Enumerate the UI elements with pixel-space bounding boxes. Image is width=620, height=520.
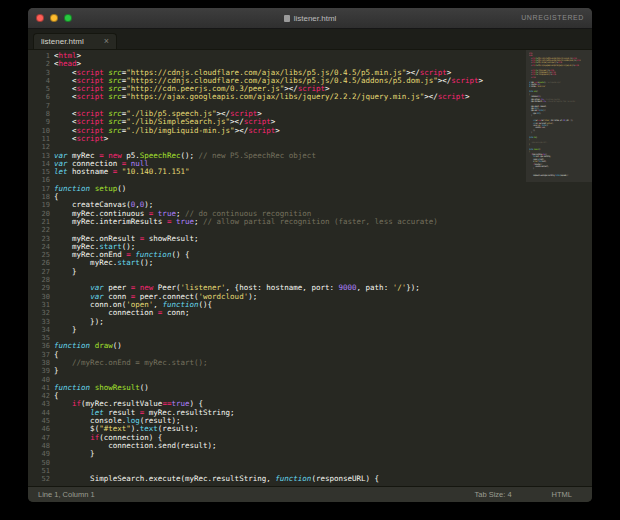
line-number: 9 [28, 118, 50, 126]
line-number: 10 [28, 127, 50, 135]
line-number: 5 [28, 85, 50, 93]
code-line: connection.send(result); [54, 442, 526, 450]
line-number: 20 [28, 210, 50, 218]
code-line: function showResult() [54, 384, 526, 392]
line-number: 17 [28, 185, 50, 193]
status-bar: Line 1, Column 1 Tab Size: 4 HTML [28, 486, 592, 502]
line-number: 30 [28, 293, 50, 301]
document-icon [284, 15, 290, 22]
code-line: myRec.start(); [54, 259, 526, 267]
line-number: 8 [28, 110, 50, 118]
line-number: 49 [28, 450, 50, 458]
line-number: 44 [28, 409, 50, 417]
editor-area: 1234567891011121314151617181920212223242… [28, 50, 592, 486]
code-line: myRec.interimResults = true; // allow pa… [54, 218, 526, 226]
registration-status-label: UNREGISTERED [521, 8, 584, 28]
line-number: 37 [28, 351, 50, 359]
line-number: 11 [28, 135, 50, 143]
code-lines[interactable]: <html><head> <script src="https://cdnjs.… [54, 50, 526, 486]
line-number: 41 [28, 384, 50, 392]
line-number: 34 [28, 326, 50, 334]
line-number: 23 [28, 235, 50, 243]
line-number: 38 [28, 359, 50, 367]
code-line: } [54, 326, 526, 334]
line-number: 26 [28, 259, 50, 267]
code-line: //myRec.onEnd = myRec.start(); [54, 359, 526, 367]
line-number: 2 [28, 60, 50, 68]
close-window-button[interactable] [36, 14, 44, 22]
code-line [54, 334, 526, 342]
line-number: 1 [28, 52, 50, 60]
line-number: 33 [28, 318, 50, 326]
line-number: 13 [28, 152, 50, 160]
cursor-position-label: Line 1, Column 1 [38, 490, 95, 499]
minimap[interactable]: <html><head> <script src="https://cdnjs.… [526, 50, 592, 486]
code-line: let hostname = "10.140.71.151" [54, 168, 526, 176]
line-number: 25 [28, 251, 50, 259]
line-number: 31 [28, 301, 50, 309]
line-number: 3 [28, 69, 50, 77]
line-number: 32 [28, 309, 50, 317]
gutter: 1234567891011121314151617181920212223242… [28, 50, 54, 486]
tab-listener-html[interactable]: listener.html × [33, 33, 117, 49]
line-number: 6 [28, 93, 50, 101]
code-line: <script src="./lib/imgLiquid-min.js"></s… [54, 127, 526, 135]
zoom-window-button[interactable] [64, 14, 72, 22]
traffic-lights [28, 14, 72, 22]
line-number: 21 [28, 218, 50, 226]
code-line: function draw() [54, 342, 526, 350]
line-number: 18 [28, 193, 50, 201]
sublime-window: listener.html UNREGISTERED listener.html… [28, 8, 592, 502]
code-line [54, 459, 526, 467]
syntax-indicator[interactable]: HTML [552, 490, 572, 499]
line-number: 39 [28, 367, 50, 375]
line-number: 42 [28, 392, 50, 400]
line-number: 35 [28, 334, 50, 342]
code-line: SimpleSearch.execute(myRec.resultString,… [54, 475, 526, 483]
tab-size-indicator[interactable]: Tab Size: 4 [474, 490, 511, 499]
code-line: } [54, 268, 526, 276]
line-number: 50 [28, 459, 50, 467]
line-number: 48 [28, 442, 50, 450]
line-number: 15 [28, 168, 50, 176]
code-line: } [54, 450, 526, 458]
titlebar: listener.html UNREGISTERED [28, 8, 592, 29]
code-line: }); [54, 318, 526, 326]
line-number: 19 [28, 201, 50, 209]
line-number: 46 [28, 425, 50, 433]
code-line: connection = conn; [54, 309, 526, 317]
line-number: 16 [28, 176, 50, 184]
code-line: } [54, 367, 526, 375]
minimap-content: <html><head> <script src="https://cdnjs.… [529, 52, 591, 177]
line-number: 28 [28, 276, 50, 284]
window-title: listener.html [28, 14, 592, 23]
line-number: 4 [28, 77, 50, 85]
line-number: 24 [28, 243, 50, 251]
line-number: 51 [28, 467, 50, 475]
minimize-window-button[interactable] [50, 14, 58, 22]
code-line: <script> [54, 135, 526, 143]
line-number: 47 [28, 434, 50, 442]
code-line: <html> [54, 52, 526, 60]
line-number: 29 [28, 284, 50, 292]
line-number: 27 [28, 268, 50, 276]
line-number: 14 [28, 160, 50, 168]
line-number: 12 [28, 143, 50, 151]
code-line: function setup() [54, 185, 526, 193]
line-number: 36 [28, 342, 50, 350]
code-line: <script src="https://ajax.googleapis.com… [54, 93, 526, 101]
line-number: 7 [28, 102, 50, 110]
tab-close-icon[interactable]: × [104, 37, 109, 46]
line-number: 52 [28, 475, 50, 483]
line-number: 22 [28, 226, 50, 234]
line-number: 40 [28, 376, 50, 384]
tab-label: listener.html [41, 37, 84, 46]
line-number: 43 [28, 400, 50, 408]
tab-bar: listener.html × [28, 29, 592, 50]
line-number: 45 [28, 417, 50, 425]
